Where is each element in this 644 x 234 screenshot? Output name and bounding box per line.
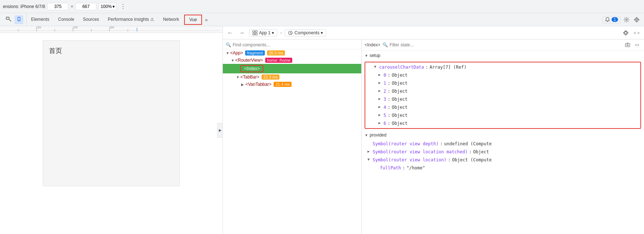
devtools-tabs-bar: Elements Console Sources Performance ins… [0, 13, 644, 26]
state-entry-0[interactable]: ▶ 0 : Object [365, 71, 640, 79]
carousel-key: carouselChartData [379, 65, 424, 70]
device-name-label: ensions: iPhone 6/7/8 [3, 4, 45, 9]
tab-performance-insights[interactable]: Performance insights ⚠ [103, 13, 159, 26]
target-icon[interactable] [632, 15, 641, 24]
item6-expand-arrow-icon[interactable]: ▶ [378, 121, 382, 125]
svg-point-2 [19, 20, 19, 21]
zoom-arrow-icon: ▾ [113, 4, 115, 9]
svg-rect-18 [253, 31, 255, 32]
state-entry-1[interactable]: ▶ 1 : Object [365, 79, 640, 87]
component-selector-icon [288, 30, 293, 35]
state-entry-5[interactable]: ▶ 5 : Object [365, 111, 640, 119]
tab-network[interactable]: Network [159, 13, 183, 26]
app-selector[interactable]: App 1 ▾ [249, 29, 277, 37]
app-dropdown-arrow-icon: ▾ [272, 30, 274, 35]
state-entry-2[interactable]: ▶ 2 : Object [365, 87, 640, 95]
more-options-icon[interactable]: ⋮ [120, 3, 126, 10]
setup-section-header[interactable]: ▼ setup [362, 51, 644, 60]
tree-search-input[interactable] [233, 42, 358, 47]
state-entry-fullpath[interactable]: ▶ fullPath : "/home" [362, 164, 644, 172]
state-entry-3[interactable]: ▶ 3 : Object [365, 95, 640, 103]
dimension-separator: × [71, 4, 73, 9]
app-time-badge: 26.3 ms [267, 50, 285, 55]
provided-section-title: provided [370, 133, 386, 138]
state-entry-symbol-depth[interactable]: ▶ Symbol(router view depth) : undefined … [362, 140, 644, 148]
notifications-button[interactable]: 1 [602, 16, 621, 23]
item0-expand-arrow-icon[interactable]: ▶ [378, 73, 382, 77]
browser-preview-panel: 100 200 300 首页 ▶ [0, 26, 223, 234]
item1-expand-arrow-icon[interactable]: ▶ [378, 81, 382, 85]
page-title: 首页 [49, 47, 62, 54]
tree-node-routerview[interactable]: ▼ <RouterView> home: /home [223, 57, 361, 64]
svg-text:100: 100 [36, 26, 41, 29]
state-panel: <Index> 🔍 <> ▼ setup [362, 39, 644, 234]
device-toolbar: ensions: iPhone 6/7/8 × 100% ▾ ⋮ [0, 0, 644, 13]
svg-point-3 [626, 19, 627, 20]
component-dropdown-arrow-icon: ▾ [321, 30, 323, 35]
state-entry-6[interactable]: ▶ 6 : Object [365, 119, 640, 127]
inspect-element-icon[interactable] [4, 15, 13, 24]
app-name-label: App 1 [259, 30, 270, 35]
tabbar-time-badge: 22.3 ms [262, 74, 279, 80]
tab-console[interactable]: Console [54, 13, 79, 26]
tree-node-index[interactable]: <Index> [223, 64, 361, 73]
width-input[interactable] [47, 3, 68, 10]
symbol-location-expand-icon[interactable]: ▼ [367, 157, 371, 161]
symbol-matched-expand-icon[interactable]: ▶ [367, 149, 371, 153]
item4-expand-arrow-icon[interactable]: ▶ [378, 105, 382, 109]
app-fragment-badge: fragment [245, 50, 264, 55]
item5-expand-arrow-icon[interactable]: ▶ [378, 113, 382, 117]
svg-text:300: 300 [109, 26, 114, 29]
index-tag-label: <Index> [365, 42, 380, 47]
notification-badge: 1 [611, 17, 618, 22]
routerview-expand-arrow-icon: ▼ [231, 58, 235, 62]
page-preview: 首页 [43, 40, 180, 186]
toolbar-left: ensions: iPhone 6/7/8 × 100% ▾ ⋮ [3, 3, 641, 10]
carousel-expand-arrow-icon[interactable]: ▼ [374, 65, 378, 69]
tree-node-vantabbar[interactable]: ▶ <VanTabbar> 21.4 ms [223, 81, 361, 88]
code-toolbar-icon[interactable]: < > [632, 28, 641, 37]
state-entry-4[interactable]: ▶ 4 : Object [365, 103, 640, 111]
state-entry-symbol-location[interactable]: ▼ Symbol(router view location) : Object … [362, 156, 644, 164]
vue-devtools-toolbar: ← → App 1 ▾ › Comp [223, 26, 644, 39]
provided-section-arrow-icon: ▼ [365, 133, 368, 137]
app-selector-icon [252, 30, 258, 35]
svg-text:200: 200 [72, 26, 78, 29]
height-input[interactable] [75, 3, 96, 10]
provided-section-header[interactable]: ▼ provided [362, 130, 644, 140]
item3-expand-arrow-icon[interactable]: ▶ [378, 97, 382, 101]
svg-rect-25 [625, 43, 630, 47]
state-search-input[interactable] [389, 42, 622, 47]
tabbar-expand-arrow-icon: ▼ [236, 75, 240, 79]
screenshot-toolbar-icon[interactable] [621, 28, 630, 37]
carousel-chart-data-box: ▼ carouselChartData : Array[7] (Ref) ▶ 0… [365, 62, 641, 129]
vantabbar-time-badge: 21.4 ms [274, 82, 291, 87]
state-code-icon[interactable]: <> [633, 41, 641, 49]
tab-elements[interactable]: Elements [27, 13, 54, 26]
tab-more-icon[interactable]: » [203, 17, 210, 23]
forward-button[interactable]: → [237, 28, 246, 37]
state-entry-carousel[interactable]: ▼ carouselChartData : Array[7] (Ref) [365, 63, 640, 71]
app-expand-arrow-icon: ▼ [226, 51, 229, 55]
component-selector[interactable]: Components ▾ [285, 29, 326, 37]
vue-toolbar-right: < > [621, 28, 641, 37]
svg-point-5 [636, 19, 637, 20]
tree-node-tabbar[interactable]: ▼ <TabBar> 22.3 ms [223, 73, 361, 81]
zoom-selector[interactable]: 100% ▾ [99, 3, 117, 10]
routerview-route-badge: home: /home [265, 58, 292, 63]
device-emulation-icon[interactable] [15, 15, 23, 24]
state-camera-icon[interactable] [624, 41, 632, 49]
tab-sources[interactable]: Sources [79, 13, 103, 26]
item2-expand-arrow-icon[interactable]: ▶ [378, 89, 382, 93]
back-button[interactable]: ← [226, 28, 235, 37]
tab-right-icons: 1 [602, 15, 643, 24]
tab-vue[interactable]: Vue [184, 15, 202, 25]
settings-icon[interactable] [622, 15, 631, 24]
setup-section-arrow-icon: ▼ [365, 54, 368, 58]
setup-section-title: setup [370, 53, 380, 58]
panel-collapse-handle[interactable]: ▶ [217, 123, 222, 138]
state-entry-symbol-matched[interactable]: ▶ Symbol(router view location matched) :… [362, 148, 644, 156]
tree-node-app[interactable]: ▼ <App> fragment 26.3 ms [223, 49, 361, 57]
tree-search-bar: 🔍 [223, 41, 361, 49]
zoom-value: 100% [100, 4, 112, 9]
